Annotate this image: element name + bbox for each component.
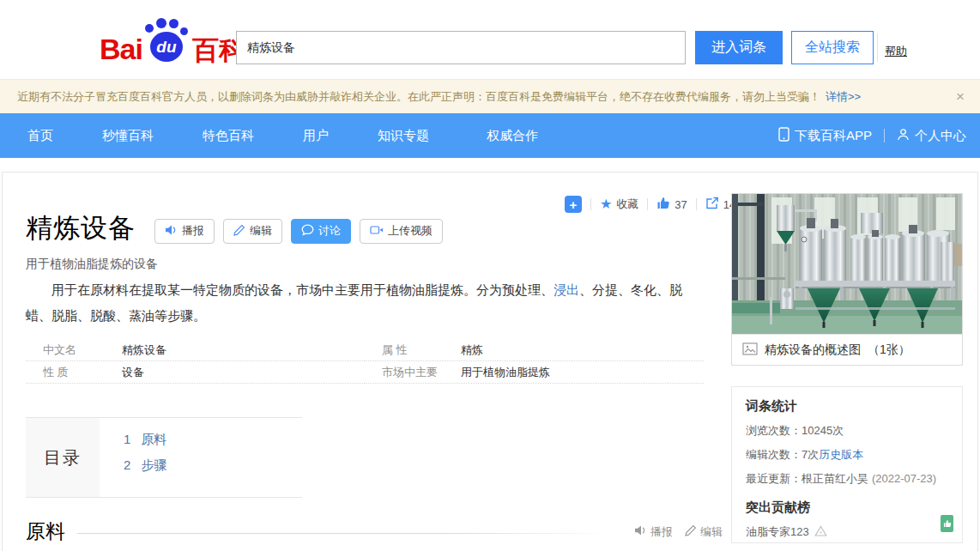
- entry-action-row: + ★ 收藏 37 14: [565, 196, 735, 213]
- toc-list: 1 原料 2 步骤: [100, 418, 166, 497]
- jinchu-link[interactable]: 浸出: [554, 282, 579, 297]
- add-to-desktop-button[interactable]: +: [565, 196, 582, 213]
- personal-center-link[interactable]: 个人中心: [897, 128, 966, 144]
- video-camera-icon: [370, 224, 384, 239]
- site-search-button[interactable]: 全站搜索: [791, 31, 874, 64]
- broadcast-label: 播报: [182, 223, 204, 239]
- baidu-paw-icon: du: [142, 17, 191, 64]
- image-icon: [742, 342, 758, 358]
- toc-num: 2: [124, 457, 130, 474]
- main-nav: 首页 秒懂百科 特色百科 用户 知识专题 权威合作 下载百科APP 个人中心: [0, 113, 980, 158]
- info-row-chinese-name: 中文名 精炼设备: [26, 339, 365, 361]
- section-title: 原料: [26, 518, 65, 545]
- contributor-name[interactable]: 油脂专家123: [746, 524, 809, 540]
- nav-item-topics[interactable]: 知识专题: [378, 128, 429, 144]
- info-value: 设备: [122, 365, 144, 380]
- section-edit-button[interactable]: 编辑: [685, 524, 723, 540]
- views-label: 浏览次数：: [746, 424, 802, 437]
- divider: [884, 129, 885, 142]
- thumbs-up-icon: [656, 197, 670, 212]
- stats-update-row: 最近更新：根正苗红小昊(2022-07-23): [746, 471, 948, 487]
- info-label: 市场中主要: [382, 365, 461, 380]
- nav-item-authority[interactable]: 权威合作: [487, 128, 538, 144]
- entry-summary: 用于在原材料在提取某一特定物质的设备，市场中主要用于植物油脂提炼。分为预处理、浸…: [26, 277, 702, 329]
- page-title: 精炼设备: [26, 210, 136, 246]
- info-row-market-use: 市场中主要 用于植物油脂提炼: [365, 361, 704, 384]
- update-date: (2022-07-23): [872, 472, 936, 485]
- contributor-row[interactable]: 油脂专家123: [746, 524, 948, 540]
- history-versions-link[interactable]: 历史版本: [819, 448, 863, 461]
- section-broadcast-label: 播报: [650, 524, 673, 540]
- toc-num: 1: [124, 432, 130, 448]
- entry-title-row: 精炼设备 播报 编辑 讨论: [26, 210, 443, 246]
- upload-video-button[interactable]: 上传视频: [360, 219, 443, 244]
- entry-subtitle: 用于植物油脂提炼的设备: [26, 257, 158, 272]
- like-count: 37: [675, 198, 687, 211]
- section-raw-material-head: 原料 播报 编辑: [26, 518, 723, 545]
- toc-item-steps[interactable]: 2 步骤: [124, 457, 166, 474]
- section-broadcast-button[interactable]: 播报: [634, 524, 673, 540]
- section-edit-label: 编辑: [700, 524, 723, 540]
- title-buttons: 播报 编辑 讨论 上传: [154, 219, 443, 244]
- info-row-nature: 性 质 设备: [26, 361, 365, 384]
- anti-fraud-notice-bar: 近期有不法分子冒充百度百科官方人员，以删除词条为由威胁并敲诈相关企业。在此严正声…: [0, 79, 980, 113]
- collect-label: 收藏: [616, 197, 638, 212]
- info-row-attribute: 属 性 精炼: [365, 339, 704, 361]
- discuss-label: 讨论: [318, 223, 341, 239]
- chat-bubble-icon: [301, 224, 314, 239]
- toc-item-raw-material[interactable]: 1 原料: [124, 432, 166, 448]
- nav-item-miaodong[interactable]: 秒懂百科: [102, 128, 154, 144]
- views-value: 10245次: [802, 424, 844, 437]
- divider: [877, 33, 878, 62]
- upload-video-label: 上传视频: [388, 223, 433, 239]
- info-value: 精炼: [461, 342, 483, 358]
- download-app-label: 下载百科APP: [795, 128, 872, 144]
- divider: [77, 533, 610, 534]
- notice-details-link[interactable]: 详情>>: [826, 89, 861, 105]
- speaker-icon: [634, 524, 647, 539]
- nav-item-featured[interactable]: 特色百科: [203, 128, 254, 144]
- help-link[interactable]: 帮助: [885, 44, 907, 59]
- enter-entry-button[interactable]: 进入词条: [695, 31, 783, 64]
- nav-right-group: 下载百科APP 个人中心: [778, 113, 966, 158]
- toc-title: 目录: [26, 418, 100, 497]
- stats-title: 词条统计: [746, 398, 948, 415]
- discuss-button[interactable]: 讨论: [291, 219, 351, 244]
- edit-button[interactable]: 编辑: [223, 219, 282, 244]
- star-icon: ★: [600, 197, 612, 211]
- toc-label: 步骤: [141, 457, 166, 474]
- entry-stats-card: 词条统计 浏览次数：10245次 编辑次数：7次历史版本 最近更新：根正苗红小昊…: [731, 386, 963, 543]
- logo-text-bai: Bai: [100, 34, 142, 64]
- collect-button[interactable]: ★ 收藏: [600, 197, 638, 212]
- nav-item-users[interactable]: 用户: [303, 128, 329, 144]
- baidu-baike-logo[interactable]: Bai du 百科: [100, 17, 245, 64]
- search-input[interactable]: [236, 31, 686, 64]
- overview-image-caption-bar[interactable]: 精炼设备的概述图 （1张）: [732, 334, 962, 365]
- edits-value: 7次: [802, 448, 819, 461]
- close-icon[interactable]: ×: [956, 89, 965, 104]
- download-app-link[interactable]: 下载百科APP: [778, 127, 872, 144]
- info-label: 性 质: [43, 365, 122, 380]
- divider: [696, 198, 697, 210]
- overview-image-count: （1张）: [868, 342, 910, 358]
- broadcast-button[interactable]: 播报: [154, 219, 215, 244]
- divider: [590, 198, 591, 210]
- basic-info-table: 中文名 精炼设备 属 性 精炼 性 质 设备 市场中主要 用于植物油脂提炼: [26, 339, 704, 384]
- contributor-badge-icon: [814, 525, 827, 539]
- header: Bai du 百科 进入词条 全站搜索 帮助: [0, 0, 980, 79]
- edits-label: 编辑次数：: [746, 448, 802, 461]
- baidu-baike-page: Bai du 百科 进入词条 全站搜索 帮助 近期有不法分子冒充百度百科官方人员…: [0, 0, 980, 551]
- pencil-icon: [685, 524, 697, 539]
- info-value: 用于植物油脂提炼: [461, 365, 550, 380]
- nav-item-home[interactable]: 首页: [27, 128, 53, 144]
- like-button[interactable]: 37: [656, 197, 687, 212]
- edit-label: 编辑: [250, 223, 272, 239]
- divider: [647, 198, 648, 210]
- contribution-medal-icon[interactable]: [941, 515, 953, 532]
- phone-icon: [778, 127, 789, 144]
- entry-overview-photo[interactable]: [732, 194, 962, 334]
- updater-name[interactable]: 根正苗红小昊: [802, 472, 868, 485]
- contributors-title: 突出贡献榜: [746, 500, 948, 516]
- overview-image-caption: 精炼设备的概述图: [765, 342, 861, 358]
- speaker-icon: [165, 224, 178, 239]
